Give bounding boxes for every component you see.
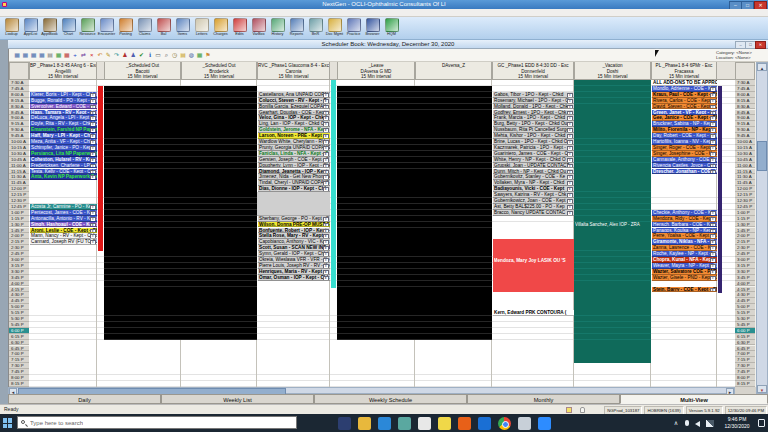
- action-center-icon[interactable]: [758, 419, 765, 427]
- start-button[interactable]: [3, 418, 13, 428]
- appointment-text: Bonfuente, Robert - IOP - Kept -: [259, 228, 329, 233]
- appointment[interactable]: Wazter, Gisele - PND - Kept - Chkx: [652, 275, 717, 281]
- microphone-icon[interactable]: [685, 420, 689, 426]
- list-view-icon[interactable]: ▤: [46, 51, 54, 60]
- chrome-icon[interactable]: [498, 417, 511, 430]
- taskbar-search-box[interactable]: Type here to search: [17, 416, 297, 429]
- notepad-icon[interactable]: [418, 417, 431, 430]
- toolbar-bal[interactable]: Bal: [154, 18, 173, 39]
- toolbar-hqm[interactable]: HQM: [382, 18, 401, 39]
- move-appointment-icon[interactable]: ⇄: [79, 51, 87, 60]
- tab-daily[interactable]: Daily: [8, 394, 161, 404]
- appointment[interactable]: Kern, Edward PRK CONTOURA (: [493, 310, 574, 316]
- tab-weekly-schedule[interactable]: Weekly Schedule: [314, 394, 467, 404]
- appointment-checkbox[interactable]: x: [90, 240, 96, 245]
- toolbar-varbox[interactable]: VarBox: [249, 18, 268, 39]
- folder-icon[interactable]: [358, 417, 371, 430]
- day-view-icon[interactable]: ▦: [13, 51, 21, 60]
- toolbar-lookup[interactable]: Lookup: [2, 18, 21, 39]
- cancel-appointment-icon[interactable]: ×: [88, 51, 96, 60]
- toolbar-apptlist[interactable]: ApptList: [21, 18, 40, 39]
- multi-view-icon[interactable]: ▦: [38, 51, 46, 60]
- appointment[interactable]: Bracco, Nancy UPDATE CONTACx: [493, 210, 574, 216]
- tab-multi-view[interactable]: Multi-View: [620, 394, 768, 404]
- appointment[interactable]: Dias, Dionne - IOP - Kept - Chkx: [258, 186, 330, 192]
- new-appointment-icon[interactable]: +: [71, 51, 79, 60]
- firefox-icon[interactable]: [458, 417, 471, 430]
- appointment-checkbox[interactable]: x: [90, 175, 96, 180]
- scheduler-close-button[interactable]: ✕: [755, 41, 766, 49]
- calendar-red-icon[interactable]: ▦: [63, 51, 71, 60]
- tab-weekly-list[interactable]: Weekly List: [161, 394, 314, 404]
- find-icon[interactable]: ⌕: [162, 51, 170, 60]
- appointment-checkbox[interactable]: x: [710, 288, 716, 293]
- horizontal-scrollbar[interactable]: ◂ ▸: [8, 387, 735, 394]
- toolbar-doc-mgmt[interactable]: Doc Mgmt: [325, 18, 344, 39]
- network-icon[interactable]: [706, 420, 714, 427]
- clock-icon[interactable]: ◷: [171, 51, 179, 60]
- sticky-note-icon[interactable]: [438, 417, 451, 430]
- redo-icon[interactable]: ↷: [113, 51, 121, 60]
- toolbar-reports[interactable]: Reports: [287, 18, 306, 39]
- store-icon[interactable]: [398, 417, 411, 430]
- edge-blue-icon[interactable]: [478, 417, 491, 430]
- speaker-icon[interactable]: [695, 421, 700, 427]
- toolbar-chart[interactable]: Chart: [59, 18, 78, 39]
- appointment[interactable]: Drescher, Jonathan - COE - Keptx: [652, 169, 717, 175]
- rdp-check-icon[interactable]: [518, 417, 531, 430]
- edit-appointment-icon[interactable]: ✎: [104, 51, 112, 60]
- patient-info-icon[interactable]: ℹ: [146, 51, 154, 60]
- appointment-checkbox[interactable]: x: [323, 187, 329, 192]
- appointment-checkbox[interactable]: x: [567, 211, 573, 216]
- patient-group-icon[interactable]: ♟: [129, 51, 137, 60]
- tab-monthly[interactable]: Monthly: [467, 394, 620, 404]
- toolbar-edits[interactable]: Edits: [230, 18, 249, 39]
- hidden-icons-chevron-icon[interactable]: ∧: [672, 414, 680, 432]
- toolbar-browser[interactable]: Browser: [363, 18, 382, 39]
- zoom-icon[interactable]: [538, 417, 551, 430]
- vertical-scroll-thumb[interactable]: [757, 141, 767, 171]
- toolbar-practice[interactable]: Practice: [344, 18, 363, 39]
- toolbar-claims[interactable]: Claims: [135, 18, 154, 39]
- globe-icon[interactable]: ◍: [187, 51, 195, 60]
- toolbar-history[interactable]: History: [268, 18, 287, 39]
- toolbar-encounter[interactable]: Encounter: [97, 18, 116, 39]
- appointment[interactable]: Anta, Kevin NP Paperwork Sentx: [30, 174, 97, 180]
- appointment-text: Gee, Janice - COE - Kept - Chk: [653, 115, 717, 120]
- obs-icon[interactable]: [338, 417, 351, 430]
- appointment[interactable]: Omar, Osman - IOP - Kept - Chkx: [258, 275, 330, 281]
- appointment-text: Kern, Edward PRK CONTOURA (: [494, 310, 566, 315]
- toolbar-bnr[interactable]: BnR: [306, 18, 325, 39]
- appointment-checkbox[interactable]: x: [323, 276, 329, 281]
- patient-icon[interactable]: ♟: [121, 51, 129, 60]
- scroll-up-arrow-icon[interactable]: ▴: [757, 63, 767, 71]
- toolbar-charges[interactable]: Charges: [211, 18, 230, 39]
- month-view-icon[interactable]: ▦: [30, 51, 38, 60]
- edge-icon[interactable]: [378, 417, 391, 430]
- toolbar-posting[interactable]: Posting: [116, 18, 135, 39]
- toolbar-letters[interactable]: Letters: [192, 18, 211, 39]
- appointment-checkbox[interactable]: x: [710, 170, 716, 175]
- surgery-block[interactable]: Mendoza, Mary Joy LASIK OU 'S: [493, 239, 574, 292]
- scroll-down-arrow-icon[interactable]: ▾: [757, 385, 767, 393]
- flag-icon[interactable]: ⚑: [204, 51, 212, 60]
- appointment-checkbox[interactable]: x: [710, 276, 716, 281]
- toolbar-items[interactable]: Items: [173, 18, 192, 39]
- taskbar-clock[interactable]: 9:46 PM 12/30/2020: [720, 416, 754, 429]
- appointment[interactable]: Stein, Barry - COE - Kept - Chkx: [652, 287, 717, 293]
- toolbar-resource[interactable]: Resource: [78, 18, 97, 39]
- toolbar-apptbook[interactable]: ApptBook: [40, 18, 59, 39]
- vertical-scrollbar[interactable]: ▴ ▾: [756, 62, 768, 394]
- notes-icon[interactable]: ▤: [179, 51, 187, 60]
- time-label[interactable]: 8:15 P: [9, 381, 29, 387]
- time-label[interactable]: 8:15 P: [735, 381, 755, 387]
- week-view-icon[interactable]: ▦: [21, 51, 29, 60]
- column-header-interval: 15 Min interval: [493, 74, 573, 80]
- column-header-Caronia: RVC _Phase1 Glaucoma 8-4 - ExcCaronia15 …: [257, 62, 330, 80]
- undo-icon[interactable]: ↶: [96, 51, 104, 60]
- check-in-icon[interactable]: ✔: [138, 51, 146, 60]
- calendar-green-icon[interactable]: ▦: [55, 51, 63, 60]
- calendar-add-icon[interactable]: ▦: [196, 51, 204, 60]
- appointment[interactable]: Cannard, Joseph RV (FU TO SLT Cx: [30, 239, 97, 245]
- print-icon[interactable]: ▭: [154, 51, 162, 60]
